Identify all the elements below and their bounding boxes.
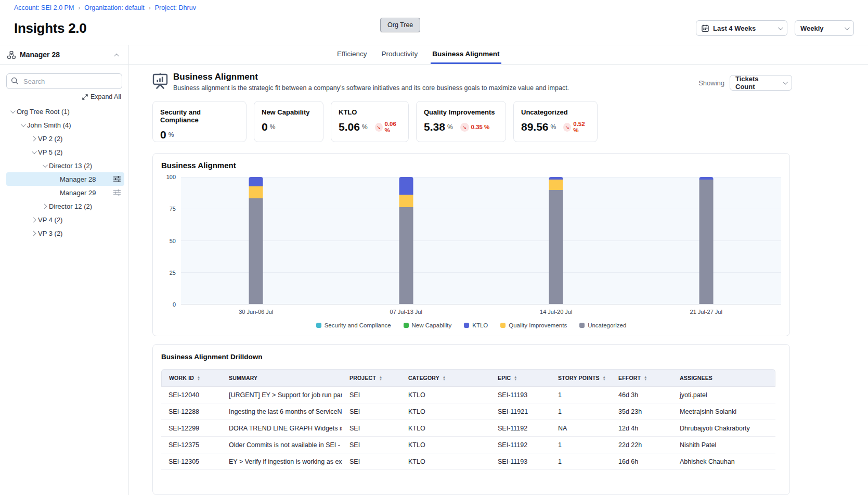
sidebar-collapse-button[interactable] <box>113 48 121 61</box>
breadcrumb-account-link[interactable]: Account: SEI 2.0 PM <box>14 4 74 11</box>
chevron-right-icon[interactable] <box>31 217 36 222</box>
y-tick: 75 <box>170 206 176 212</box>
cell-summary: Ingesting the last 6 months of ServiceN.… <box>222 403 342 420</box>
x-tick: 07 Jul-13 Jul <box>331 309 482 315</box>
column-header-category[interactable]: CATEGORY▲▼ <box>401 369 490 387</box>
metric-card-quality-improvements: Quality Improvements 5.38% ↘0.35 % <box>416 101 506 142</box>
sort-icon[interactable]: ▲▼ <box>197 376 200 381</box>
legend-item-quality-improvements[interactable]: Quality Improvements <box>500 322 567 328</box>
chevron-down-icon[interactable] <box>20 122 25 127</box>
legend-item-ktlo[interactable]: KTLO <box>464 322 488 328</box>
cell-work-id: SEI-12305 <box>161 453 222 470</box>
showing-dropdown[interactable]: Tickets Count <box>730 75 792 91</box>
table-row[interactable]: SEI-12375Older Commits is not available … <box>161 437 775 453</box>
cell-story-points: 1 <box>551 387 611 403</box>
breadcrumb-organization-link[interactable]: Organization: default <box>84 4 144 11</box>
tree-item-label: VP 4 (2) <box>38 216 62 224</box>
bar-segment-ktlo <box>399 177 413 195</box>
cell-category: KTLO <box>401 420 490 437</box>
cell-assignees: Nishith Patel <box>672 437 775 453</box>
column-header-epic[interactable]: EPIC▲▼ <box>490 369 551 387</box>
table-row[interactable]: SEI-12040[URGENT] EY > Support for job r… <box>161 387 775 403</box>
page-header: Insights 2.0 Org Tree Last 4 Weeks Weekl… <box>0 11 868 45</box>
legend-item-security-and-compliance[interactable]: Security and Compliance <box>316 322 391 328</box>
tab-business-alignment[interactable]: Business Alignment <box>431 45 501 64</box>
legend-item-new-capability[interactable]: New Capability <box>404 322 452 328</box>
stacked-bar <box>549 177 563 304</box>
sort-icon[interactable]: ▲▼ <box>644 376 647 381</box>
cell-assignees: jyoti.patel <box>672 387 775 403</box>
metric-label: Security and Compliance <box>160 108 239 124</box>
column-header-work-id[interactable]: WORK ID▲▼ <box>161 369 222 387</box>
date-range-value: Last 4 Weeks <box>713 24 756 32</box>
tree-item-manager-29[interactable]: Manager 29 <box>6 186 124 199</box>
sort-icon[interactable]: ▲▼ <box>514 376 517 381</box>
bar-segment-ktlo <box>249 177 263 186</box>
cell-story-points: 1 <box>551 437 611 453</box>
chevron-right-icon[interactable] <box>31 231 36 236</box>
cell-summary: [URGENT] EY > Support for job run par... <box>222 387 342 403</box>
tree-item-label: VP 2 (2) <box>38 135 62 143</box>
legend-swatch <box>316 323 321 328</box>
cell-assignees: Abhishek Chauhan <box>672 453 775 470</box>
table-row[interactable]: SEI-12299DORA TREND LINE GRAPH Widgets i… <box>161 420 775 437</box>
cell-category: KTLO <box>401 403 490 420</box>
chevron-right-icon[interactable] <box>42 204 47 209</box>
tree-item-manager-28[interactable]: Manager 28 <box>6 172 124 186</box>
column-header-story-points[interactable]: STORY POINTS▲▼ <box>551 369 611 387</box>
sort-icon[interactable]: ▲▼ <box>379 376 382 381</box>
cell-assignees: Meetrajsinh Solanki <box>672 403 775 420</box>
column-header-effort[interactable]: EFFORT▲▼ <box>611 369 672 387</box>
tree-item-director-13[interactable]: Director 13 (2) <box>6 159 124 172</box>
metric-label: KTLO <box>339 108 401 116</box>
granularity-dropdown[interactable]: Weekly <box>795 20 854 36</box>
breadcrumb: Account: SEI 2.0 PM›Organization: defaul… <box>0 0 868 11</box>
tree-item-director-12[interactable]: Director 12 (2) <box>6 199 124 213</box>
cell-story-points: NA <box>551 420 611 437</box>
filter-sliders-icon[interactable] <box>113 189 121 196</box>
tab-efficiency[interactable]: Efficiency <box>335 45 369 64</box>
chevron-down-icon[interactable] <box>10 108 15 113</box>
org-tree-button[interactable]: Org Tree <box>380 18 420 32</box>
expand-all-button[interactable]: Expand All <box>82 93 121 100</box>
metric-unit: % <box>169 131 174 138</box>
search-input[interactable] <box>6 73 122 89</box>
table-row[interactable]: SEI-12305EY > Verify if ingestion is wor… <box>161 453 775 470</box>
y-tick: 100 <box>166 174 176 180</box>
chevron-down-icon <box>783 80 788 84</box>
tree-item-john-smith[interactable]: John Smith (4) <box>6 118 124 132</box>
bar-segment-uncategorized <box>399 207 413 304</box>
stacked-bar <box>399 177 413 304</box>
filter-sliders-icon[interactable] <box>113 175 121 183</box>
legend-label: New Capability <box>412 322 452 328</box>
tree-item-vp-5[interactable]: VP 5 (2) <box>6 145 124 159</box>
tree-item-org-tree-root[interactable]: Org Tree Root (1) <box>6 105 124 118</box>
table-row[interactable]: SEI-12288Ingesting the last 6 months of … <box>161 403 775 420</box>
cell-summary: EY > Verify if ingestion is working as e… <box>222 453 342 470</box>
column-header-project[interactable]: PROJECT▲▼ <box>342 369 401 387</box>
app-window: Account: SEI 2.0 PM›Organization: defaul… <box>0 0 868 495</box>
legend-swatch <box>579 323 585 328</box>
metric-card-uncategorized: Uncategorized 89.56% ↘0.52 % <box>513 101 598 142</box>
date-range-dropdown[interactable]: Last 4 Weeks <box>696 20 787 36</box>
tree-item-vp-4[interactable]: VP 4 (2) <box>6 213 124 226</box>
metric-unit: % <box>362 123 368 131</box>
legend-item-uncategorized[interactable]: Uncategorized <box>579 322 626 328</box>
org-tree-sidebar: Manager 28 Expand All Org Tree Root (1) … <box>0 45 129 495</box>
sort-icon[interactable]: ▲▼ <box>443 376 446 381</box>
sidebar-title: Manager 28 <box>20 50 109 59</box>
chevron-down-icon[interactable] <box>42 162 47 168</box>
cell-effort: 12d 4h <box>611 420 672 437</box>
x-tick: 30 Jun-06 Jul <box>181 309 331 315</box>
breadcrumb-project-link[interactable]: Project: Dhruv <box>155 4 196 11</box>
tree-item-vp-2[interactable]: VP 2 (2) <box>6 132 124 145</box>
chevron-down-icon[interactable] <box>31 149 36 154</box>
tab-productivity[interactable]: Productivity <box>380 45 420 64</box>
sort-icon[interactable]: ▲▼ <box>603 376 606 381</box>
showing-value: Tickets Count <box>735 75 775 91</box>
chevron-right-icon[interactable] <box>31 136 36 141</box>
tree-item-label: Manager 28 <box>60 175 96 183</box>
metric-cards: Security and Compliance 0% New Capabilit… <box>152 101 792 142</box>
tree-item-vp-3[interactable]: VP 3 (2) <box>6 226 124 240</box>
legend-swatch <box>404 323 409 328</box>
